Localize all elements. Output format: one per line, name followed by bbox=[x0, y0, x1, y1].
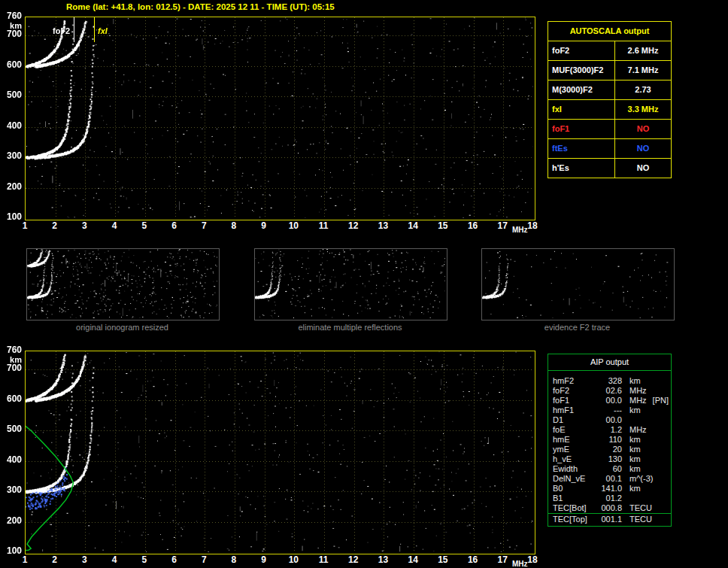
aip-param-label: TEC[Top] bbox=[548, 515, 598, 524]
aip-param-unit: TECU bbox=[622, 515, 652, 524]
aip-param-label: Ewidth bbox=[548, 464, 598, 474]
autoscala-param-value: 2.6 MHz bbox=[615, 41, 671, 60]
aip-param-value: 110 bbox=[598, 435, 622, 445]
top-x-axis-unit: MHz bbox=[512, 226, 528, 234]
bottom-x-tick-label: 2 bbox=[48, 556, 62, 564]
aip-param-value: 1.2 bbox=[598, 425, 622, 435]
autoscala-param-label: fxI bbox=[548, 100, 615, 119]
top-y-axis-unit: km bbox=[2, 22, 22, 30]
aip-param-value: 00.0 bbox=[598, 415, 622, 425]
autoscala-output-table: AUTOSCALA output foF22.6 MHzMUF(3000)F27… bbox=[548, 21, 672, 178]
aip-param-value: 01.2 bbox=[598, 494, 622, 503]
aip-param-label: foE bbox=[548, 425, 598, 435]
bottom-x-tick-label: 10 bbox=[287, 556, 300, 564]
autoscala-row-M(3000)F2: M(3000)F22.73 bbox=[548, 80, 671, 100]
bottom-y-tick-label: 500 bbox=[2, 425, 22, 433]
aip-output-table: AIP output hmF2328kmfoF202.6MHzfoF100.0M… bbox=[548, 354, 672, 514]
aip-param-label: TEC[Bot] bbox=[548, 503, 598, 513]
aip-row-h_vE: h_vE130km bbox=[548, 454, 671, 464]
autoscala-param-label: M(3000)F2 bbox=[548, 80, 615, 99]
bottom-x-tick-label: 5 bbox=[138, 556, 151, 564]
autoscala-param-label: ftEs bbox=[548, 139, 615, 158]
thumbnail-panel-1 bbox=[26, 248, 220, 320]
top-x-tick-label: 4 bbox=[108, 222, 121, 230]
thumbnail-panel-2 bbox=[254, 248, 447, 320]
bottom-y-tick-label: 100 bbox=[2, 547, 22, 555]
autoscala-param-label: foF1 bbox=[548, 120, 615, 138]
thumbnail-canvas-2 bbox=[255, 249, 445, 318]
autoscala-table-rows: foF22.6 MHzMUF(3000)F27.1 MHzM(3000)F22.… bbox=[548, 41, 671, 178]
aip-param-label: hmF2 bbox=[548, 376, 598, 386]
ionogram-plot-top: foF2 fxI bbox=[25, 17, 535, 220]
thumbnail-canvas-3 bbox=[482, 249, 672, 318]
aip-param-value: 02.6 bbox=[598, 386, 622, 396]
aip-param-unit: km bbox=[622, 435, 641, 445]
thumbnail-canvas-1 bbox=[27, 249, 217, 318]
thumbnail-caption: original ionogram resized bbox=[26, 323, 218, 332]
aip-param-unit: MHz bbox=[622, 396, 647, 405]
aip-param-label: D1 bbox=[548, 415, 598, 425]
aip-row-foF2: foF202.6MHz bbox=[548, 386, 671, 396]
ionogram-plot-bottom bbox=[25, 351, 535, 554]
bottom-x-tick-label: 13 bbox=[376, 556, 390, 564]
aip-row-TEC-Top: TEC[Top]001.1TECU bbox=[548, 515, 671, 524]
top-x-tick-label: 1 bbox=[18, 222, 32, 230]
aip-param-unit: TECU bbox=[622, 503, 652, 513]
aip-param-label: foF1 bbox=[548, 396, 598, 405]
bottom-y-tick-label: 200 bbox=[2, 517, 22, 525]
aip-param-value: 000.8 bbox=[598, 503, 622, 513]
bottom-y-tick-label: 760 bbox=[2, 346, 22, 354]
bottom-x-tick-label: 17 bbox=[496, 556, 509, 564]
bottom-x-tick-label: 12 bbox=[347, 556, 360, 564]
foF2-label: foF2 bbox=[53, 26, 70, 35]
autoscala-row-MUF(3000)F2: MUF(3000)F27.1 MHz bbox=[548, 61, 671, 80]
autoscala-param-label: MUF(3000)F2 bbox=[548, 61, 615, 80]
bottom-x-tick-label: 11 bbox=[317, 556, 330, 564]
autoscala-table-title: AUTOSCALA output bbox=[548, 22, 671, 41]
aip-row-hmF2: hmF2328km bbox=[548, 376, 671, 386]
aip-row-TEC-Bot: TEC[Bot]000.8TECU bbox=[548, 503, 671, 513]
aip-param-unit: km bbox=[622, 484, 641, 494]
aip-tec-bot-container: TEC[Bot]000.8TECU bbox=[548, 503, 671, 513]
aip-row-B1: B101.2 bbox=[548, 494, 671, 503]
top-x-tick-label: 7 bbox=[197, 222, 211, 230]
top-x-tick-label: 3 bbox=[77, 222, 91, 230]
aip-param-value: 001.1 bbox=[598, 515, 622, 524]
aip-param-label: ymE bbox=[548, 445, 598, 454]
thumbnail-caption: evidence F2 trace bbox=[481, 323, 673, 332]
aip-param-label: hmE bbox=[548, 435, 598, 445]
aip-param-unit: MHz bbox=[622, 386, 647, 396]
top-x-tick-label: 10 bbox=[287, 222, 300, 230]
aip-table-title: AIP output bbox=[548, 354, 671, 371]
aip-param-value: 60 bbox=[598, 464, 622, 474]
aip-param-value: 328 bbox=[598, 376, 622, 386]
aip-param-unit: m^(-3) bbox=[622, 474, 653, 484]
aip-param-unit: MHz bbox=[622, 425, 647, 435]
top-y-tick-label: 100 bbox=[2, 213, 22, 221]
bottom-x-axis-unit: MHz bbox=[512, 560, 528, 568]
autoscala-param-value: NO bbox=[615, 159, 671, 178]
top-y-tick-label: 760 bbox=[2, 12, 22, 20]
bottom-x-tick-label: 16 bbox=[466, 556, 480, 564]
autoscala-param-value: NO bbox=[615, 120, 671, 138]
thumbnail-panel-3 bbox=[481, 248, 675, 320]
aip-param-value: 141.0 bbox=[598, 484, 622, 494]
autoscala-row-fxI: fxI3.3 MHz bbox=[548, 100, 671, 120]
fxI-label: fxI bbox=[98, 26, 108, 35]
bottom-x-tick-label: 18 bbox=[526, 556, 539, 564]
autoscala-row-foF1: foF1NO bbox=[548, 120, 671, 139]
top-x-tick-label: 5 bbox=[138, 222, 151, 230]
aip-param-value: --- bbox=[598, 405, 622, 415]
ionogram-canvas-bottom bbox=[26, 351, 533, 552]
aip-param-unit bbox=[622, 415, 629, 425]
aip-row-D1: D100.0 bbox=[548, 415, 671, 425]
aip-row-foE: foE1.2MHz bbox=[548, 425, 671, 435]
autoscala-param-value: NO bbox=[615, 139, 671, 158]
top-x-tick-label: 2 bbox=[48, 222, 62, 230]
aip-param-value: 20 bbox=[598, 445, 622, 454]
aip-row-DelN_vE: DelN_vE00.1m^(-3) bbox=[548, 474, 671, 484]
aip-param-label: DelN_vE bbox=[548, 474, 598, 484]
autoscala-param-value: 7.1 MHz bbox=[615, 61, 671, 80]
top-x-tick-label: 12 bbox=[347, 222, 360, 230]
aip-row-foF1: foF100.0MHz[PN] bbox=[548, 396, 671, 405]
